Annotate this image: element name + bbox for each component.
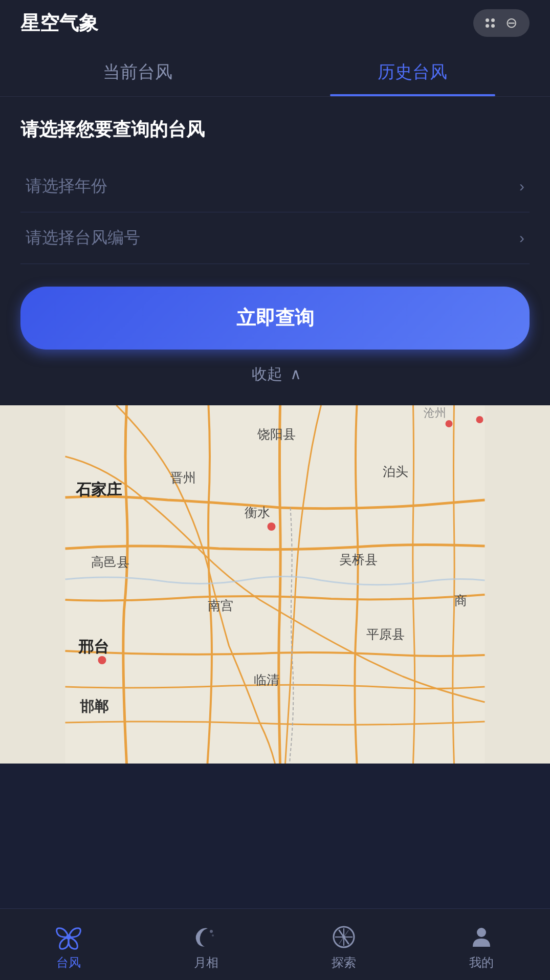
query-panel: 请选择您要查询的台风 请选择年份 › 请选择台风编号 › 立即查询 收起 ∧ <box>0 97 550 405</box>
nav-label-mine: 我的 <box>469 954 494 971</box>
nav-item-explore[interactable]: 探索 <box>275 919 413 971</box>
grid-dots-icon <box>486 18 495 28</box>
number-placeholder: 请选择台风编号 <box>26 227 140 249</box>
tabs-bar: 当前台风 历史台风 <box>0 46 550 97</box>
search-button[interactable]: 立即查询 <box>20 287 530 350</box>
svg-text:邢台: 邢台 <box>78 638 109 655</box>
svg-text:沧州: 沧州 <box>424 406 446 419</box>
nav-label-moon: 月相 <box>194 954 218 971</box>
collapse-row[interactable]: 收起 ∧ <box>20 350 530 390</box>
chevron-up-icon: ∧ <box>290 365 301 382</box>
svg-text:晋州: 晋州 <box>170 470 196 485</box>
svg-text:泊头: 泊头 <box>383 464 408 478</box>
query-title: 请选择您要查询的台风 <box>20 117 530 142</box>
minus-icon: ⊖ <box>505 16 517 30</box>
svg-text:临清: 临清 <box>254 672 279 687</box>
number-select-row[interactable]: 请选择台风编号 › <box>20 212 530 264</box>
app-title: 星空气象 <box>20 10 98 36</box>
svg-text:邯郸: 邯郸 <box>80 699 108 714</box>
nav-label-typhoon: 台风 <box>56 954 81 971</box>
svg-point-20 <box>210 930 213 933</box>
year-placeholder: 请选择年份 <box>26 175 107 198</box>
svg-text:吴桥县: 吴桥县 <box>339 552 378 567</box>
nav-item-mine[interactable]: 我的 <box>412 919 550 971</box>
title-bar: 星空气象 ⊖ <box>0 0 550 46</box>
typhoon-icon <box>55 924 82 950</box>
compass-icon <box>331 924 357 950</box>
person-icon <box>468 924 495 950</box>
nav-item-typhoon[interactable]: 台风 <box>0 919 138 971</box>
chevron-right-icon: › <box>519 178 524 195</box>
menu-button[interactable]: ⊖ <box>473 9 530 37</box>
svg-text:平原县: 平原县 <box>366 627 405 641</box>
tab-current-typhoon[interactable]: 当前台风 <box>0 46 275 96</box>
svg-text:商: 商 <box>454 593 467 607</box>
svg-rect-0 <box>65 405 485 764</box>
chevron-right-icon-2: › <box>519 229 524 247</box>
svg-text:衡水: 衡水 <box>245 505 270 519</box>
svg-text:饶阳县: 饶阳县 <box>257 427 296 441</box>
bottom-nav: 台风 月相 探索 <box>0 908 550 980</box>
svg-point-18 <box>476 416 483 423</box>
svg-text:南宫: 南宫 <box>208 598 233 613</box>
svg-text:石家庄: 石家庄 <box>75 481 122 498</box>
map-area[interactable]: 石家庄 晋州 饶阳县 泊头 衡水 吴桥县 高邑县 南宫 邢台 平原县 临清 邯郸… <box>0 405 550 764</box>
tab-history-typhoon[interactable]: 历史台风 <box>275 46 551 96</box>
nav-item-moon[interactable]: 月相 <box>138 919 275 971</box>
svg-point-28 <box>477 928 486 937</box>
moon-icon <box>193 924 219 950</box>
svg-point-11 <box>98 656 106 664</box>
year-select-row[interactable]: 请选择年份 › <box>20 161 530 212</box>
svg-point-17 <box>446 420 453 427</box>
svg-point-6 <box>268 522 276 531</box>
svg-point-21 <box>212 934 214 937</box>
svg-text:高邑县: 高邑县 <box>91 555 129 569</box>
nav-label-explore: 探索 <box>332 954 356 971</box>
